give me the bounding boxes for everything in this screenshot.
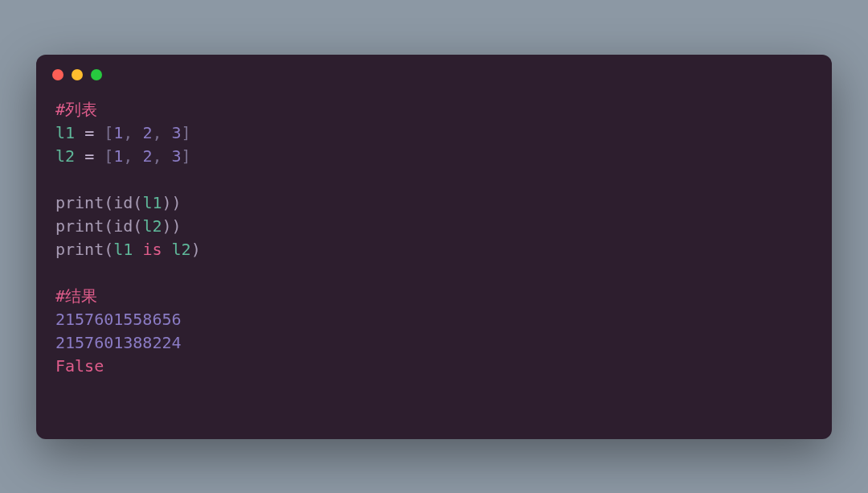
code-paren: ) — [191, 240, 201, 259]
code-variable: l2 — [142, 216, 162, 236]
code-number: 2 — [142, 146, 152, 166]
code-keyword: is — [142, 240, 162, 259]
code-paren: ) — [162, 216, 172, 236]
code-number: 1 — [113, 123, 123, 142]
code-output: 2157601388224 — [55, 333, 182, 352]
code-space — [133, 240, 142, 259]
code-punct: , — [152, 146, 171, 166]
code-variable: l1 — [142, 193, 162, 212]
minimize-icon — [72, 69, 83, 80]
code-space — [162, 240, 172, 259]
code-paren: ) — [172, 193, 182, 212]
code-paren: ( — [104, 240, 113, 259]
code-paren: ) — [162, 193, 172, 212]
code-paren: ( — [104, 216, 113, 236]
code-bracket: [ — [104, 123, 113, 142]
code-window: #列表 l1 = [1, 2, 3] l2 = [1, 2, 3] print(… — [36, 55, 832, 439]
code-bracket: [ — [104, 146, 113, 166]
code-comment: #列表 — [55, 100, 97, 119]
code-paren: ( — [133, 216, 142, 236]
code-function: id — [113, 216, 133, 236]
code-variable: l1 — [113, 240, 133, 259]
code-content: #列表 l1 = [1, 2, 3] l2 = [1, 2, 3] print(… — [36, 90, 832, 394]
code-function: print — [55, 240, 104, 259]
window-title-bar — [36, 55, 832, 90]
close-icon — [52, 69, 63, 80]
code-number: 3 — [172, 146, 182, 166]
code-number: 1 — [113, 146, 123, 166]
code-paren: ( — [104, 193, 113, 212]
code-output: 2157601558656 — [55, 310, 182, 329]
code-number: 2 — [142, 123, 152, 142]
code-function: print — [55, 216, 104, 236]
maximize-icon — [91, 69, 102, 80]
code-variable: l1 — [55, 123, 75, 142]
code-punct: , — [152, 123, 171, 142]
code-paren: ( — [133, 193, 142, 212]
code-number: 3 — [172, 123, 182, 142]
code-punct: , — [123, 146, 142, 166]
code-bracket: ] — [182, 123, 191, 142]
code-function: id — [113, 193, 133, 212]
code-operator: = — [75, 146, 104, 166]
code-operator: = — [75, 123, 104, 142]
code-output-false: False — [55, 356, 104, 376]
code-paren: ) — [172, 216, 182, 236]
code-variable: l2 — [172, 240, 191, 259]
code-variable: l2 — [55, 146, 75, 166]
code-function: print — [55, 193, 104, 212]
code-comment: #结果 — [55, 286, 97, 306]
code-punct: , — [123, 123, 142, 142]
code-bracket: ] — [182, 146, 191, 166]
